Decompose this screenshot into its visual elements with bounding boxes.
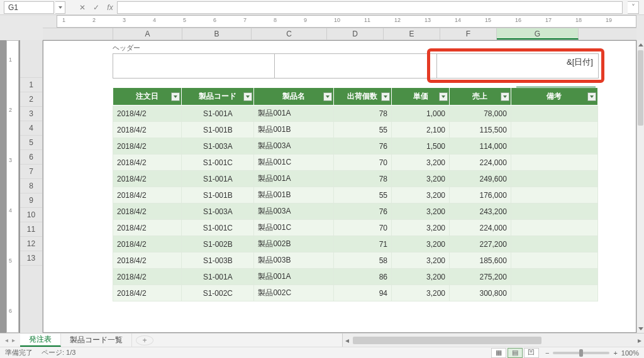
header-right[interactable]: &[日付] [436,53,599,79]
cell[interactable]: 94 [333,285,391,301]
cell[interactable]: 製品001A [254,106,334,122]
header-center[interactable] [274,53,436,79]
column-header-G[interactable]: G [497,28,579,40]
cell[interactable]: 3,200 [392,252,450,269]
row-header-7[interactable]: 7 [20,165,42,179]
cell[interactable]: 製品001B [254,187,334,203]
cell[interactable]: 227,200 [450,236,511,252]
horizontal-scrollbar[interactable]: ◂ ▸ [342,334,644,347]
zoom-control[interactable]: − + 100% [545,349,639,357]
cell[interactable] [511,252,597,269]
filter-icon[interactable] [439,92,448,101]
view-page-layout-button[interactable]: ▤ [508,348,523,358]
row-header-4[interactable]: 4 [20,121,42,136]
cell[interactable]: 58 [333,252,391,269]
cell[interactable]: 2018/4/2 [113,187,182,203]
table-row[interactable]: 2018/4/2S1-001C製品001C703,200224,000 [113,220,598,236]
cell[interactable]: 2018/4/2 [113,138,182,155]
name-box[interactable]: G1 [4,1,54,14]
cell[interactable]: 1,000 [392,106,450,122]
formula-expand-icon[interactable]: ˅ [628,1,639,14]
table-row[interactable]: 2018/4/2S1-003B製品003B583,200185,600 [113,252,598,269]
cell[interactable]: 78,000 [450,106,511,122]
data-table[interactable]: 注文日製品コード製品名出荷個数単価売上備考 2018/4/2S1-001A製品0… [113,87,598,301]
sheet-tab-active[interactable]: 発注表 [20,334,61,347]
row-header-12[interactable]: 12 [20,237,42,251]
row-header-6[interactable]: 6 [20,150,42,165]
column-header-E[interactable]: E [384,28,440,40]
cell[interactable]: 2018/4/2 [113,171,182,187]
cell[interactable]: 製品001C [254,155,334,171]
cell[interactable]: 1,500 [392,138,450,155]
cell[interactable]: 3,200 [392,155,450,171]
cell[interactable]: S1-002C [182,285,254,301]
tab-nav[interactable]: ◂ ▸ [0,334,20,347]
cell[interactable]: 3,200 [392,236,450,252]
cell[interactable]: 70 [333,155,391,171]
table-header-4[interactable]: 単価 [392,88,450,106]
cell[interactable]: 製品002C [254,285,334,301]
cell[interactable]: 製品003A [254,203,334,220]
row-header-2[interactable]: 2 [20,92,42,107]
hscroll-right-icon[interactable]: ▸ [635,336,644,345]
fx-icon[interactable]: fx [103,1,117,14]
table-row[interactable]: 2018/4/2S1-001B製品001B552,100115,500 [113,122,598,138]
cell[interactable] [511,138,597,155]
row-header-13[interactable]: 13 [20,251,42,266]
cell[interactable] [511,122,597,138]
cell[interactable]: 3,200 [392,203,450,220]
cell[interactable]: S1-001A [182,269,254,285]
column-header-A[interactable]: A [113,28,182,40]
row-header-10[interactable]: 10 [20,208,42,222]
tab-next-icon[interactable]: ▸ [12,337,15,344]
table-header-6[interactable]: 備考 [511,88,597,106]
zoom-slider[interactable] [553,352,609,354]
cell[interactable]: 185,600 [450,252,511,269]
column-header-B[interactable]: B [182,28,252,40]
zoom-in-button[interactable]: + [613,349,617,357]
cell[interactable]: 製品001A [254,269,334,285]
table-row[interactable]: 2018/4/2S1-002B製品002B713,200227,200 [113,236,598,252]
cell[interactable]: 86 [333,269,391,285]
cell[interactable]: 2018/4/2 [113,236,182,252]
cell[interactable]: 2018/4/2 [113,106,182,122]
name-box-dropdown[interactable] [55,1,65,14]
table-header-5[interactable]: 売上 [450,88,511,106]
cell[interactable]: S1-003B [182,252,254,269]
view-page-break-button[interactable]: 凹 [524,348,539,358]
cell[interactable]: S1-003A [182,138,254,155]
cell[interactable]: 3,200 [392,220,450,236]
cell[interactable]: 2018/4/2 [113,122,182,138]
cell[interactable]: 2018/4/2 [113,220,182,236]
cell[interactable]: 243,200 [450,203,511,220]
cell[interactable]: 製品001C [254,220,334,236]
cell[interactable]: 224,000 [450,220,511,236]
cell[interactable]: 製品003A [254,138,334,155]
filter-icon[interactable] [501,92,509,101]
table-row[interactable]: 2018/4/2S1-001A製品001A863,200275,200 [113,269,598,285]
cell[interactable]: 3,200 [392,187,450,203]
cell[interactable]: 115,500 [450,122,511,138]
row-header-8[interactable]: 8 [20,179,42,193]
cell[interactable] [511,187,597,203]
filter-icon[interactable] [323,92,332,101]
cell[interactable] [511,220,597,236]
table-row[interactable]: 2018/4/2S1-001B製品001B553,200176,000 [113,187,598,203]
cell[interactable] [511,155,597,171]
cancel-icon[interactable]: ✕ [75,1,89,14]
column-header-C[interactable]: C [252,28,327,40]
confirm-icon[interactable]: ✓ [89,1,103,14]
cell[interactable]: 2,100 [392,122,450,138]
cell[interactable]: 2018/4/2 [113,269,182,285]
cell[interactable]: S1-003A [182,203,254,220]
select-all-corner[interactable] [43,28,113,40]
hscroll-thumb[interactable] [353,337,541,344]
row-header-11[interactable]: 11 [20,222,42,237]
cell[interactable]: S1-001A [182,106,254,122]
cell[interactable]: S1-002B [182,236,254,252]
row-header-1[interactable]: 1 [20,78,42,92]
cell[interactable]: 3,200 [392,269,450,285]
cell[interactable]: 55 [333,122,391,138]
cell[interactable]: S1-001C [182,155,254,171]
cell[interactable]: 300,800 [450,285,511,301]
